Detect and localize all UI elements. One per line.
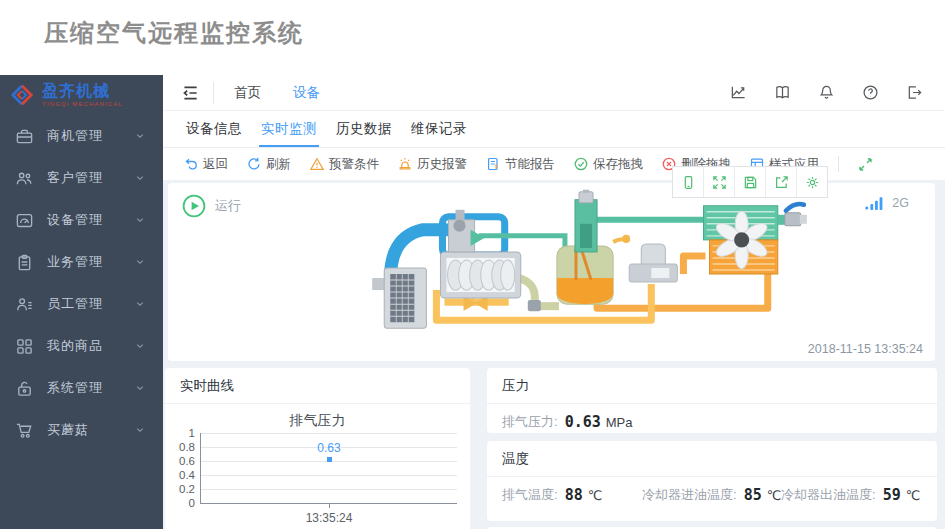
undo-icon: [184, 157, 198, 171]
sidebar-item-employee[interactable]: 员工管理: [0, 283, 163, 325]
page-title: 压缩空气远程监控系统: [44, 17, 304, 49]
sidebar-item-business[interactable]: 业务管理: [0, 241, 163, 283]
sidebar-item-device[interactable]: 设备管理: [0, 199, 163, 241]
breadcrumb-current[interactable]: 设备: [293, 84, 320, 102]
energy-report-button[interactable]: 节能报告: [486, 156, 555, 173]
expand-arrows-icon[interactable]: [858, 157, 873, 172]
y-tick: 0.4: [167, 469, 195, 481]
y-tick: 1: [167, 427, 195, 439]
fullscreen-icon: [712, 175, 727, 190]
reading-unit: MPa: [606, 415, 633, 430]
logout-icon[interactable]: [906, 84, 923, 101]
reading-value: 59: [883, 486, 901, 504]
pressure-panel: 压力 排气压力: 0.63 MPa: [487, 368, 937, 433]
sidebar-item-system[interactable]: 系统管理: [0, 367, 163, 409]
realtime-curve-panel: 实时曲线 排气压力 1 0.8 0.6 0.4 0.2 0 0.63 13:35…: [165, 368, 470, 529]
fullscreen-button[interactable]: [704, 167, 735, 197]
help-icon[interactable]: [862, 84, 879, 101]
sidebar: 盈齐机械 YINGQI MECHANICAL 商机管理 客户管理 设备管理: [0, 75, 163, 529]
last-update-timestamp: 2018-11-15 13:35:24: [808, 342, 923, 356]
tab-maintenance-record[interactable]: 维保记录: [409, 120, 469, 147]
y-tick: 0.6: [167, 455, 195, 467]
realtime-diagram-panel: 运行 2G: [168, 183, 935, 361]
panel-title: 压力: [487, 368, 937, 404]
tab-device-info[interactable]: 设备信息: [184, 120, 244, 147]
tab-history-data[interactable]: 历史数据: [334, 120, 394, 147]
trend-chart-icon[interactable]: [730, 84, 747, 101]
cart-icon: [15, 421, 34, 440]
button-label: 保存拖拽: [593, 156, 643, 173]
reading-unit: ℃: [588, 488, 603, 503]
collapse-sidebar-icon[interactable]: [180, 83, 200, 103]
chevron-down-icon: [133, 213, 147, 227]
chevron-down-icon: [133, 255, 147, 269]
chevron-down-icon: [133, 423, 147, 437]
temperature-panel: 温度 排气温度: 88 ℃ 冷却器进油温度: 85 ℃ 冷却器出油温度: 59 …: [487, 441, 937, 521]
briefcase-icon: [15, 127, 34, 146]
sidebar-item-label: 员工管理: [47, 295, 133, 313]
sidebar-item-customer[interactable]: 客户管理: [0, 157, 163, 199]
refresh-icon: [247, 157, 261, 171]
logo-diamond-icon: [10, 83, 34, 107]
sidebar-item-label: 系统管理: [47, 379, 133, 397]
play-icon[interactable]: [182, 194, 206, 218]
tab-realtime-monitor[interactable]: 实时监测: [259, 120, 319, 147]
tab-bar: 设备信息 实时监测 历史数据 维保记录: [163, 111, 945, 148]
logo-subtitle: YINGQI MECHANICAL: [42, 101, 123, 107]
alarm-history-button[interactable]: 历史报警: [398, 156, 467, 173]
warning-icon: [310, 157, 324, 171]
export-button[interactable]: [766, 167, 797, 197]
compressor-schematic: [328, 189, 830, 351]
bell-icon[interactable]: [818, 84, 835, 101]
header-icons: [730, 84, 923, 101]
sidebar-item-my-products[interactable]: 我的商品: [0, 325, 163, 367]
mobile-icon: [681, 175, 696, 190]
chevron-down-icon: [133, 381, 147, 395]
chevron-down-icon: [133, 339, 147, 353]
clipboard-icon: [15, 253, 34, 272]
data-point-label: 0.63: [317, 441, 340, 455]
toolbar-divider: [838, 156, 839, 172]
company-logo: 盈齐机械 YINGQI MECHANICAL: [0, 75, 163, 115]
settings-button[interactable]: [797, 167, 827, 197]
run-status-label: 运行: [215, 197, 241, 215]
sidebar-item-label: 商机管理: [47, 127, 133, 145]
export-icon: [774, 175, 789, 190]
sidebar-item-label: 买蘑菇: [47, 421, 133, 439]
breadcrumb-home[interactable]: 首页: [234, 84, 261, 102]
chart-plot-area: 0.63 13:35:24: [200, 433, 457, 504]
chevron-down-icon: [133, 297, 147, 311]
title-bar: 压缩空气远程监控系统: [0, 0, 945, 75]
reading-unit: ℃: [767, 488, 782, 503]
reading-value: 85: [744, 486, 762, 504]
alert-condition-button[interactable]: 预警条件: [310, 156, 379, 173]
reading-value: 88: [565, 486, 583, 504]
chevron-down-icon: [133, 171, 147, 185]
reading-label: 排气温度:: [502, 486, 558, 504]
back-button[interactable]: 返回: [184, 156, 228, 173]
network-status: 2G: [865, 196, 909, 210]
signal-bars-icon: [865, 196, 886, 210]
mobile-preview-button[interactable]: [673, 167, 704, 197]
y-tick: 0: [167, 497, 195, 509]
grid-icon: [15, 337, 34, 356]
button-label: 节能报告: [505, 156, 555, 173]
book-icon[interactable]: [774, 84, 791, 101]
panel-title: 实时曲线: [165, 368, 470, 404]
cooler-oil-inlet-temp-reading: 冷却器进油温度: 85 ℃: [642, 486, 781, 504]
save-drag-button[interactable]: 保存拖拽: [574, 156, 643, 173]
sidebar-item-label: 我的商品: [47, 337, 133, 355]
sidebar-menu: 商机管理 客户管理 设备管理 业务管理 员工管理: [0, 115, 163, 451]
sidebar-item-business-opportunity[interactable]: 商机管理: [0, 115, 163, 157]
save-button[interactable]: [735, 167, 766, 197]
compressed-air-monitoring-app: 压缩空气远程监控系统 盈齐机械 YINGQI MECHANICAL 商机管理: [0, 0, 945, 529]
panel-title: 温度: [487, 441, 937, 477]
chart-title: 排气压力: [165, 412, 470, 430]
sidebar-item-label: 设备管理: [47, 211, 133, 229]
sidebar-item-label: 业务管理: [47, 253, 133, 271]
header-row: 首页 设备: [163, 75, 945, 111]
refresh-button[interactable]: 刷新: [247, 156, 291, 173]
sidebar-item-label: 客户管理: [47, 169, 133, 187]
sidebar-item-buy-mushroom[interactable]: 买蘑菇: [0, 409, 163, 451]
canvas-floating-toolbar: [672, 166, 828, 198]
